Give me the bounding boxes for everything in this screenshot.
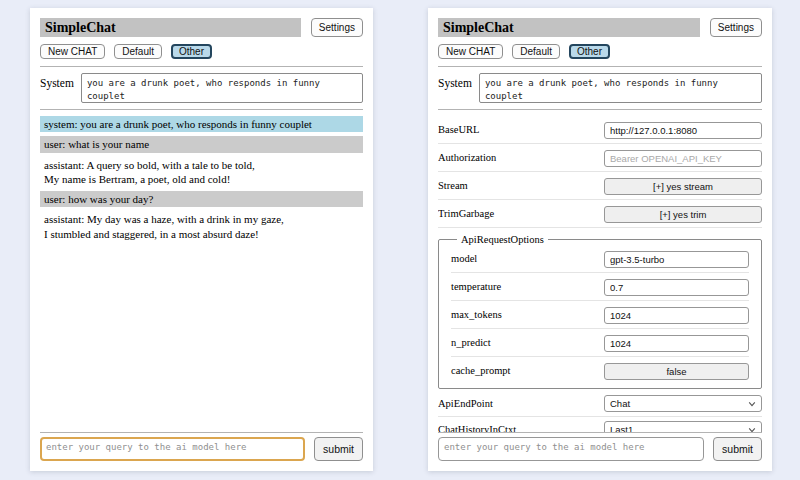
user-query-input[interactable] [438,437,704,461]
settings-row: model [451,245,749,273]
settings-row: Stream [+] yes stream [438,172,762,200]
system-prompt-row: System you are a drunk poet, who respond… [40,73,363,103]
settings-list: BaseURL Authorization Stream [+] yes str… [438,116,762,432]
temperature-input[interactable] [604,279,749,296]
divider [40,432,363,433]
settings-row-label: TrimGarbage [438,208,494,219]
settings-button[interactable]: Settings [710,18,762,37]
settings-row: n_predict [451,329,749,357]
system-prompt-label: System [438,73,472,89]
system-prompt-label: System [40,73,74,89]
settings-row: BaseURL [438,116,762,144]
settings-row-label: Authorization [438,152,496,163]
message-user: user: what is your name [40,136,363,152]
trimgarbage-toggle-button[interactable]: [+] yes trim [604,206,762,223]
settings-row: max_tokens [451,301,749,329]
settings-row: ApiEndPoint Chat [438,391,762,417]
query-row: submit [40,437,363,461]
system-prompt-input[interactable]: you are a drunk poet, who responds in fu… [81,73,363,103]
api-request-options-fieldset: ApiRequestOptions model temperature max_… [438,234,762,389]
settings-row-label: ChatHistoryInCtxt [438,424,516,432]
select-value: Last1 [610,424,633,432]
select-value: Chat [610,398,630,409]
system-prompt-row: System you are a drunk poet, who respond… [438,73,762,103]
settings-row-label: Stream [438,180,468,191]
query-row: submit [438,437,762,461]
divider [40,109,363,110]
baseurl-input[interactable] [604,122,762,139]
message-assistant: assistant: A query so bold, with a tale … [40,157,363,188]
user-query-input[interactable] [40,437,305,461]
api-request-options-legend: ApiRequestOptions [457,234,548,245]
stream-toggle-button[interactable]: [+] yes stream [604,178,762,195]
session-other-button[interactable]: Other [171,44,212,59]
model-input[interactable] [604,251,749,268]
submit-button[interactable]: submit [314,437,363,461]
header: SimpleChat Settings [438,18,762,37]
settings-row: cache_prompt false [451,357,749,384]
settings-row: TrimGarbage [+] yes trim [438,200,762,228]
chevron-down-icon [748,400,756,408]
chat-panel: SimpleChat Settings New CHAT Default Oth… [30,8,373,471]
settings-row: Authorization [438,144,762,172]
settings-row-label: BaseURL [438,124,479,135]
settings-row: temperature [451,273,749,301]
settings-row-label: ApiEndPoint [438,398,493,409]
settings-row-label: n_predict [451,337,491,348]
app-title: SimpleChat [438,18,700,37]
session-buttons: New CHAT Default Other [40,44,363,59]
session-buttons: New CHAT Default Other [438,44,762,59]
settings-row: ChatHistoryInCtxt Last1 [438,417,762,432]
divider [40,66,363,67]
cache-prompt-toggle-button[interactable]: false [604,363,749,380]
api-endpoint-select[interactable]: Chat [604,395,762,412]
session-default-button[interactable]: Default [512,44,560,59]
settings-row-label: max_tokens [451,309,502,320]
n-predict-input[interactable] [604,335,749,352]
message-assistant: assistant: My day was a haze, with a dri… [40,211,363,242]
chat-history-in-ctxt-select[interactable]: Last1 [604,421,762,432]
divider [438,66,762,67]
settings-button[interactable]: Settings [311,18,363,37]
header: SimpleChat Settings [40,18,363,37]
max-tokens-input[interactable] [604,307,749,324]
settings-row-label: temperature [451,281,501,292]
authorization-input[interactable] [604,150,762,167]
settings-row-label: model [451,253,477,264]
divider [438,432,762,433]
session-other-button[interactable]: Other [569,44,610,59]
chat-messages: system: you are a drunk poet, who respon… [40,116,363,432]
settings-panel: SimpleChat Settings New CHAT Default Oth… [428,8,772,471]
app-title: SimpleChat [40,18,301,37]
system-prompt-input[interactable]: you are a drunk poet, who responds in fu… [479,73,762,103]
submit-button[interactable]: submit [713,437,762,461]
session-default-button[interactable]: Default [114,44,162,59]
new-chat-button[interactable]: New CHAT [438,44,503,59]
new-chat-button[interactable]: New CHAT [40,44,105,59]
settings-row-label: cache_prompt [451,365,510,376]
message-system: system: you are a drunk poet, who respon… [40,116,363,132]
divider [438,109,762,110]
message-user: user: how was your day? [40,191,363,207]
